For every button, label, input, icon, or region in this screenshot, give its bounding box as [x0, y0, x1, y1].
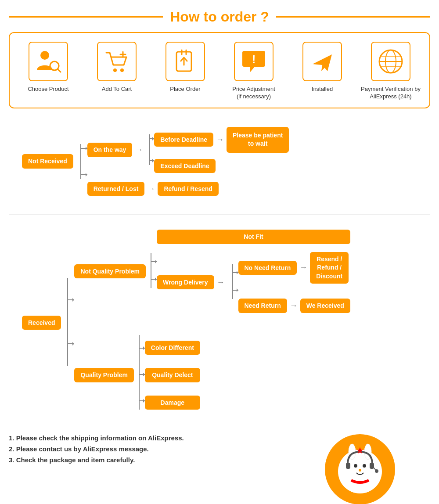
step-price-adjustment: ! Price Adjustment(if necessary)	[223, 42, 284, 101]
notes-list: 1. Please check the shipping information…	[9, 434, 281, 467]
step-label-choose-product: Choose Product	[28, 86, 68, 93]
step-place-order: Place Order	[155, 42, 216, 101]
step-icon-installed	[302, 42, 342, 81]
svg-point-58	[375, 469, 378, 473]
mascot-icon	[325, 434, 395, 504]
svg-rect-54	[346, 463, 350, 469]
step-label-add-to-cart: Add To Cart	[102, 86, 132, 93]
svg-line-2	[58, 69, 61, 72]
diagram-not-received: Not Received On the way	[9, 122, 430, 201]
page-title: How to order ?	[163, 9, 276, 25]
step-installed: Installed	[291, 42, 353, 101]
box-patient: Please be patientto wait	[227, 127, 289, 153]
svg-point-4	[120, 68, 124, 72]
svg-point-0	[40, 51, 49, 60]
steps-box: Choose Product Add To Cart	[9, 32, 430, 108]
title-highlight: order	[221, 9, 257, 25]
svg-point-51	[354, 464, 357, 468]
box-we-received: We Received	[300, 299, 350, 313]
box-no-need-return: No Need Return	[238, 261, 297, 275]
header-line-right	[276, 16, 430, 18]
box-quality-defect: Quality Delect	[145, 368, 200, 382]
box-not-fit: Not Fit	[157, 230, 350, 244]
box-not-received: Not Received	[22, 154, 73, 168]
step-label-place-order: Place Order	[170, 86, 200, 93]
svg-point-52	[363, 464, 366, 468]
step-add-to-cart: Add To Cart	[86, 42, 148, 101]
box-exceed-deadline: Exceed Deadline	[154, 159, 215, 173]
svg-point-3	[113, 68, 117, 72]
box-color-different: Color Different	[145, 341, 200, 355]
header-line-left	[9, 16, 163, 18]
section-divider	[9, 214, 430, 215]
svg-rect-55	[370, 463, 374, 469]
title-prefix: How to	[170, 9, 221, 25]
box-quality-problem: Quality Problem	[74, 368, 133, 382]
note-2: 2. Please contact us by AliExpress messa…	[9, 445, 281, 453]
box-need-return: Need Return	[238, 299, 287, 313]
box-not-quality-problem: Not Quality Problem	[74, 264, 146, 278]
box-before-deadline: Before Deadline	[154, 133, 213, 147]
page-header: How to order ?	[9, 9, 430, 25]
step-choose-product: Choose Product	[18, 42, 79, 101]
title-suffix: ?	[256, 9, 269, 25]
diagram-received: Received Not Quality Problem	[9, 225, 430, 420]
step-label-payment-verification: Payment Verification by AliExpress (24h)	[360, 86, 421, 101]
box-resend-refund-discount: Resend /Refund /Discount	[310, 252, 349, 284]
box-returned-lost: Returned / Lost	[87, 182, 145, 196]
box-wrong-delivery: Wrong Delivery	[157, 275, 214, 289]
notes-section: 1. Please check the shipping information…	[9, 434, 430, 504]
step-icon-place-order	[166, 42, 205, 81]
box-received: Received	[22, 316, 61, 330]
step-label-price-adjustment: Price Adjustment(if necessary)	[232, 86, 275, 101]
step-icon-payment-verification	[371, 42, 410, 81]
step-icon-price-adjustment: !	[234, 42, 273, 81]
step-icon-choose-product	[29, 42, 68, 81]
step-icon-add-to-cart	[97, 42, 137, 81]
svg-point-53	[359, 469, 361, 472]
step-payment-verification: Payment Verification by AliExpress (24h)	[360, 42, 421, 101]
box-refund-resend: Refund / Resend	[158, 182, 218, 196]
svg-text:!: !	[252, 53, 256, 66]
note-1: 1. Please check the shipping information…	[9, 434, 281, 442]
step-label-installed: Installed	[312, 86, 333, 93]
note-3: 3. Check the package and item carefully.	[9, 456, 281, 464]
box-on-the-way: On the way	[87, 143, 133, 157]
box-damage: Damage	[145, 396, 200, 410]
